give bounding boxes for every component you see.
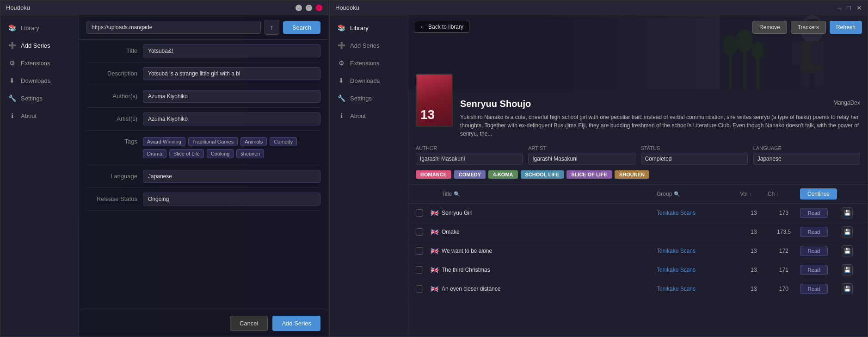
chapter-checkbox[interactable] (416, 228, 423, 236)
vol-sort-icon[interactable]: ↕ (750, 192, 752, 197)
downloads-icon: ⬇ (8, 76, 16, 85)
url-input[interactable] (86, 21, 261, 34)
svg-rect-6 (814, 71, 824, 87)
sidebar-item-addseries[interactable]: ➕ Add Series (0, 37, 79, 54)
left-content: 📚 Library ➕ Add Series ⚙ Extensions ⬇ Do… (0, 15, 328, 337)
ch-sort-icon[interactable]: ↕ (776, 192, 779, 197)
release-status-row: Release Status Ongoing (86, 188, 320, 211)
right-sidebar-addseries[interactable]: ➕ Add Series (330, 37, 408, 54)
add-series-form: ↑ Search Title Description (79, 15, 328, 337)
url-row: ↑ Search (79, 15, 328, 40)
tag-award-winning: Award Winning (143, 137, 185, 146)
chapter-group: Tonikaku Scans (657, 210, 740, 216)
artists-select[interactable]: Azuma Kiyohiko (143, 112, 320, 125)
close-button[interactable]: ✕ (316, 5, 322, 11)
tags-label: Tags (86, 135, 137, 145)
chapter-save-button[interactable]: 💾 (842, 264, 853, 275)
manga-detail-area: ← Back to library Remove Trackers Refres… (408, 15, 868, 337)
left-title-bar: Houdoku ─ □ ✕ (0, 0, 328, 15)
right-sidebar-label-addseries: Add Series (350, 42, 380, 49)
cancel-button[interactable]: Cancel (230, 316, 268, 331)
continue-button[interactable]: Continue (800, 188, 837, 200)
sidebar-item-library[interactable]: 📚 Library (0, 19, 79, 37)
chapter-save-button[interactable]: 💾 (842, 283, 853, 294)
right-sidebar-library[interactable]: 📚 Library (330, 19, 408, 37)
maximize-button[interactable]: □ (306, 5, 312, 11)
right-title-bar: Houdoku ─ □ ✕ (330, 0, 868, 15)
refresh-button[interactable]: Refresh (830, 21, 862, 34)
sidebar-item-settings[interactable]: 🔧 Settings (0, 89, 79, 107)
right-sidebar-extensions[interactable]: ⚙ Extensions (330, 54, 408, 72)
chapters-area: Title 🔍 Group 🔍 Vol ↕ Ch ↕ (408, 184, 868, 337)
authors-select[interactable]: Azuma Kiyohiko (143, 90, 320, 103)
chapter-title: The third Christmas (442, 267, 657, 273)
chapter-save-button[interactable]: 💾 (842, 207, 853, 218)
chapter-title: Omake (442, 229, 657, 235)
back-to-library-button[interactable]: ← Back to library (414, 21, 469, 33)
chapter-checkbox[interactable] (416, 266, 423, 274)
form-footer: Cancel Add Series (79, 310, 328, 337)
back-arrow-icon: ← (420, 24, 425, 30)
vol-header-label: Vol (740, 191, 748, 197)
metadata-grid: Author Igarashi Masakuni Artist Igarashi… (408, 145, 868, 170)
genre-school-life: SCHOOL LIFE (521, 170, 564, 179)
chapter-save-button[interactable]: 💾 (842, 226, 853, 237)
chapter-read-button[interactable]: Read (800, 246, 828, 256)
chapter-checkbox[interactable] (416, 209, 423, 217)
tag-comedy: Comedy (270, 137, 297, 146)
right-sidebar-settings[interactable]: 🔧 Settings (330, 89, 408, 107)
genre-tags: ROMANCE COMEDY 4-KOMA SCHOOL LIFE SLICE … (408, 170, 868, 184)
genre-romance: ROMANCE (416, 170, 451, 179)
language-row: Language Japanese (86, 165, 320, 188)
chapter-save-button[interactable]: 💾 (842, 245, 853, 256)
status-label: Status (641, 145, 748, 151)
sidebar-item-about[interactable]: ℹ About (0, 107, 79, 125)
right-sidebar-label-downloads: Downloads (350, 77, 380, 84)
description-input[interactable] (143, 67, 320, 80)
artists-row: Artist(s) Azuma Kiyohiko (86, 108, 320, 131)
chapter-group: Tonikaku Scans (657, 286, 740, 292)
language-select[interactable]: Japanese (143, 170, 320, 183)
remove-button[interactable]: Remove (752, 21, 787, 34)
right-addseries-icon: ➕ (337, 41, 345, 50)
sidebar-item-downloads[interactable]: ⬇ Downloads (0, 72, 79, 89)
chapter-read-button[interactable]: Read (800, 227, 828, 237)
title-label: Title (86, 44, 137, 54)
add-series-button[interactable]: Add Series (272, 316, 320, 331)
right-about-icon: ℹ (337, 112, 345, 120)
manga-description: Yukishiro Nanako is a cute, cheerful hig… (460, 113, 860, 138)
right-maximize-button[interactable]: □ (847, 4, 851, 12)
chapter-read-button[interactable]: Read (800, 208, 828, 218)
right-window-controls: ─ □ ✕ (837, 4, 862, 12)
chapter-checkbox[interactable] (416, 285, 423, 293)
right-sidebar-downloads[interactable]: ⬇ Downloads (330, 72, 408, 89)
author-column: Author Igarashi Masakuni (416, 145, 523, 165)
sidebar-label-about: About (21, 112, 37, 119)
right-minimize-button[interactable]: ─ (837, 4, 842, 12)
genre-comedy: COMEDY (454, 170, 486, 179)
url-upload-button[interactable]: ↑ (265, 20, 279, 35)
group-header-label: Group (657, 191, 672, 197)
chapter-vol: 13 (740, 286, 768, 292)
chapter-checkbox[interactable] (416, 247, 423, 255)
chapter-read-button[interactable]: Read (800, 284, 828, 294)
chapters-list: 🇬🇧 Senryuu Girl Tonikaku Scans 13 173 Re… (408, 204, 868, 337)
manga-cover-image (416, 74, 453, 127)
chapter-read-button[interactable]: Read (800, 265, 828, 275)
release-status-select[interactable]: Ongoing (143, 193, 320, 206)
title-input[interactable] (143, 44, 320, 57)
minimize-button[interactable]: ─ (295, 5, 302, 11)
tag-cooking: Cooking (207, 149, 234, 158)
title-search-icon[interactable]: 🔍 (454, 191, 460, 197)
author-label: Author (416, 145, 523, 151)
tag-animals: Animals (240, 137, 267, 146)
right-close-button[interactable]: ✕ (856, 4, 862, 12)
manga-title-block: Senryuu Shoujo MangaDex Yukishiro Nanako… (460, 97, 860, 138)
table-row: 🇬🇧 We want to be alone Tonikaku Scans 13… (408, 242, 868, 261)
right-sidebar-label-library: Library (350, 25, 369, 31)
group-search-icon[interactable]: 🔍 (674, 191, 680, 197)
trackers-button[interactable]: Trackers (791, 21, 826, 34)
right-sidebar-about[interactable]: ℹ About (330, 107, 408, 125)
search-button[interactable]: Search (283, 21, 320, 34)
sidebar-item-extensions[interactable]: ⚙ Extensions (0, 54, 79, 72)
